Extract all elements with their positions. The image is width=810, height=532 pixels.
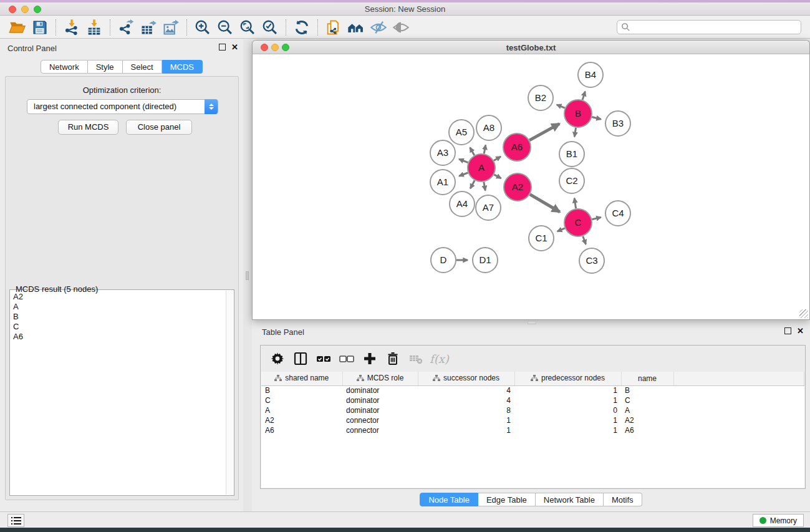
table-cell[interactable]: dominator	[342, 395, 418, 405]
window-resize-grip[interactable]	[799, 309, 808, 318]
edge-A-A6[interactable]	[494, 157, 501, 160]
splitter-handle[interactable]	[246, 271, 249, 280]
close-panel-icon[interactable]: ✕	[231, 44, 238, 51]
tab-network-table[interactable]: Network Table	[536, 493, 604, 506]
show-graphics-details-button[interactable]	[390, 18, 412, 37]
table-cell[interactable]: A	[261, 405, 342, 415]
mcds-result-item[interactable]: A	[13, 302, 226, 312]
select-all-button[interactable]	[312, 349, 335, 368]
table-cell[interactable]: B	[621, 385, 673, 395]
edge-A-A5[interactable]	[470, 147, 475, 155]
tab-mcds[interactable]: MCDS	[162, 60, 203, 74]
edge-A-A2[interactable]	[494, 175, 501, 178]
table-row[interactable]: A6connector11A6	[261, 425, 804, 435]
table-cell[interactable]: B	[261, 385, 342, 395]
edge-A6-B[interactable]	[529, 123, 559, 140]
edge-C-C4[interactable]	[592, 217, 600, 219]
table-cell[interactable]: C	[621, 395, 673, 405]
table-cell[interactable]: A2	[621, 415, 673, 425]
edge-A-A7[interactable]	[484, 182, 485, 191]
edge-C-C2[interactable]	[574, 198, 576, 209]
deselect-all-button[interactable]	[335, 349, 358, 368]
export-network-button[interactable]	[115, 18, 137, 37]
tab-style[interactable]: Style	[88, 60, 123, 74]
hide-graphics-details-button[interactable]	[367, 18, 390, 37]
col-mcds-role[interactable]: MCDS role	[342, 372, 418, 385]
delete-table-button[interactable]	[404, 349, 427, 368]
network-window-titlebar[interactable]: testGlobe.txt	[252, 40, 810, 54]
export-table-button[interactable]	[137, 18, 160, 37]
edge-B-B1[interactable]	[574, 128, 576, 137]
col-predecessor-nodes[interactable]: predecessor nodes	[514, 372, 621, 385]
mcds-result-item[interactable]: A6	[13, 332, 226, 342]
table-cell[interactable]: 1	[418, 415, 514, 425]
table-cell[interactable]: A	[621, 405, 673, 415]
horizontal-splitter-handle[interactable]	[528, 321, 536, 324]
home-button[interactable]	[345, 18, 367, 37]
edge-A-A8[interactable]	[484, 145, 486, 154]
col-successor-nodes[interactable]: successor nodes	[418, 372, 514, 385]
close-panel-button[interactable]: Close panel	[126, 120, 192, 135]
table-cell[interactable]: dominator	[342, 405, 418, 415]
zoom-out-button[interactable]	[214, 18, 236, 37]
zoom-in-button[interactable]	[191, 18, 214, 37]
table-cell[interactable]: 8	[418, 405, 514, 415]
float-panel-icon[interactable]	[219, 44, 226, 51]
search-input[interactable]	[617, 20, 801, 34]
edge-B-B2[interactable]	[557, 105, 565, 108]
memory-button[interactable]: Memory	[753, 514, 804, 527]
edge-A-A1[interactable]	[459, 173, 468, 176]
tab-node-table[interactable]: Node Table	[420, 493, 478, 506]
table-row[interactable]: Cdominator41C	[261, 395, 804, 405]
edge-A2-C[interactable]	[530, 195, 560, 212]
float-table-panel-icon[interactable]	[784, 327, 791, 334]
refresh-button[interactable]	[291, 18, 313, 37]
tab-edge-table[interactable]: Edge Table	[478, 493, 536, 506]
criterion-select[interactable]: largest connected component (directed)	[27, 99, 218, 114]
edge-A-A3[interactable]	[459, 159, 468, 163]
table-cell[interactable]: 1	[514, 385, 621, 395]
edge-B-B3[interactable]	[592, 117, 601, 120]
run-mcds-button[interactable]: Run MCDS	[58, 120, 118, 135]
edge-C-C1[interactable]	[557, 228, 565, 231]
zoom-selected-button[interactable]	[259, 18, 281, 37]
table-cell[interactable]: connector	[342, 415, 418, 425]
table-cell[interactable]: 0	[514, 405, 621, 415]
table-cell[interactable]: 1	[514, 415, 621, 425]
col-shared-name[interactable]: shared name	[261, 372, 342, 385]
tab-motifs[interactable]: Motifs	[604, 493, 642, 506]
mcds-result-item[interactable]: B	[13, 312, 226, 322]
table-cell[interactable]: 1	[418, 425, 514, 435]
table-cell[interactable]: 1	[514, 395, 621, 405]
table-cell[interactable]: C	[261, 395, 342, 405]
export-image-button[interactable]	[160, 18, 182, 37]
network-canvas[interactable]: AA1A3A5A8A4A7A6A2BB1B2B3B4CC1C2C3C4DD1	[252, 54, 810, 320]
close-table-panel-icon[interactable]: ✕	[797, 327, 804, 334]
import-network-button[interactable]	[60, 18, 83, 37]
table-cell[interactable]: A6	[621, 425, 673, 435]
table-row[interactable]: Bdominator41B	[261, 385, 804, 395]
table-cell[interactable]: connector	[342, 425, 418, 435]
tab-select[interactable]: Select	[123, 60, 162, 74]
zoom-fit-button[interactable]	[236, 18, 259, 37]
table-cell[interactable]: 4	[418, 395, 514, 405]
edge-B-B4[interactable]	[582, 92, 585, 100]
col-name[interactable]: name	[621, 372, 673, 385]
duplicate-network-button[interactable]	[322, 18, 345, 37]
tab-network[interactable]: Network	[41, 60, 88, 74]
vertical-splitter[interactable]	[243, 39, 252, 511]
save-session-button[interactable]	[29, 18, 51, 37]
table-row[interactable]: A2connector11A2	[261, 415, 804, 425]
table-cell[interactable]: A2	[261, 415, 342, 425]
table-cell[interactable]: A6	[261, 425, 342, 435]
open-file-button[interactable]	[6, 18, 29, 37]
table-settings-button[interactable]	[266, 349, 289, 368]
add-column-button[interactable]	[358, 349, 381, 368]
result-scrollbar[interactable]	[226, 291, 233, 495]
import-table-button[interactable]	[83, 18, 105, 37]
mcds-result-item[interactable]: C	[13, 322, 226, 332]
table-row[interactable]: Adominator80A	[261, 405, 804, 415]
edge-A-A4[interactable]	[470, 180, 475, 188]
show-column-button[interactable]	[289, 349, 312, 368]
function-builder-button[interactable]: f(x)	[430, 352, 449, 365]
